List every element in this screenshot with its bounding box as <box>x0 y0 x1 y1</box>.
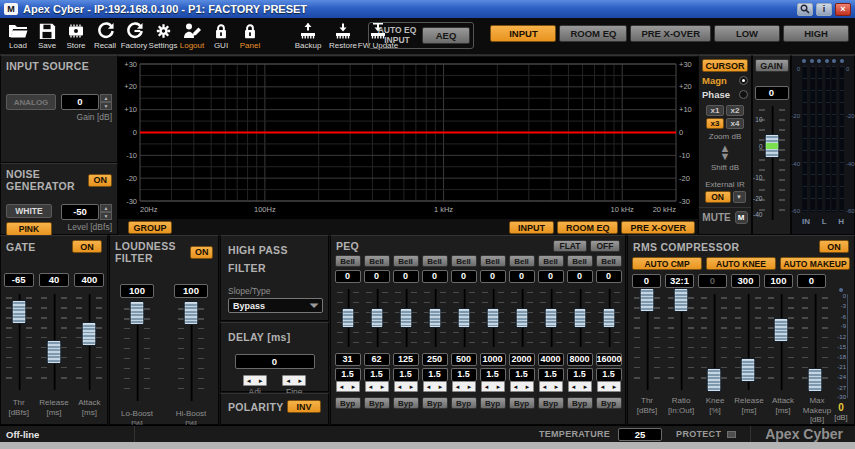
peq-gain-fader[interactable] <box>364 287 390 349</box>
compressor-on-button[interactable]: ON <box>819 240 849 253</box>
input-gain-value[interactable]: 0 <box>61 94 99 110</box>
comp-knee-fader[interactable] <box>699 292 729 392</box>
peq-bypass-button[interactable]: Byp <box>567 397 593 409</box>
peq-q-value[interactable]: 1.5 <box>538 368 564 381</box>
gate-on-button[interactable]: ON <box>72 240 102 253</box>
peq-gain-fader[interactable] <box>596 287 622 349</box>
delay-fine-stepper[interactable]: ◄► <box>282 375 306 386</box>
overlay-room-eq-button[interactable]: ROOM EQ <box>557 221 619 234</box>
peq-off-button[interactable]: OFF <box>590 240 620 252</box>
peq-bypass-button[interactable]: Byp <box>451 397 477 409</box>
group-button[interactable]: GROUP <box>128 221 172 234</box>
peq-freq-value[interactable]: 8000 <box>567 353 593 366</box>
fader-thumb[interactable] <box>11 300 26 324</box>
peq-flat-button[interactable]: FLAT <box>553 240 587 252</box>
peq-q-stepper[interactable]: ◄► <box>336 381 360 392</box>
spin-up-icon[interactable]: ▲ <box>100 204 112 212</box>
peq-q-value[interactable]: 1.5 <box>596 368 622 381</box>
phase-radio[interactable] <box>739 90 748 99</box>
toolbar-factory-button[interactable]: Factory <box>120 20 148 50</box>
fader-thumb[interactable] <box>515 308 528 328</box>
peq-type-button[interactable]: Bell <box>422 255 448 267</box>
comp-makeup-fader[interactable] <box>800 292 830 392</box>
fader-thumb[interactable] <box>184 301 199 325</box>
peq-type-button[interactable]: Bell <box>393 255 419 267</box>
peq-q-stepper[interactable]: ◄► <box>394 381 418 392</box>
peq-gain-value[interactable]: 0 <box>596 270 622 283</box>
peq-type-button[interactable]: Bell <box>335 255 361 267</box>
comp-thr-value[interactable]: 0 <box>632 274 661 288</box>
fader-thumb[interactable] <box>544 308 557 328</box>
peq-q-stepper[interactable]: ◄► <box>365 381 389 392</box>
gate-thr-value[interactable]: -65 <box>4 273 34 287</box>
peq-type-button[interactable]: Bell <box>538 255 564 267</box>
tab-pre-xover[interactable]: PRE X-OVER <box>630 25 711 42</box>
toolbar-gui-lock-button[interactable]: GUI <box>207 20 235 50</box>
overlay-pre-xover-button[interactable]: PRE X-OVER <box>621 221 695 234</box>
tab-room-eq[interactable]: ROOM EQ <box>559 25 627 42</box>
fader-thumb[interactable] <box>573 308 586 328</box>
comp-release-value[interactable]: 300 <box>731 274 760 288</box>
comp-makeup-value[interactable]: 0 <box>797 274 826 288</box>
gain-value[interactable]: 0 <box>755 86 789 100</box>
peq-gain-fader[interactable] <box>422 287 448 349</box>
comp-attack-fader[interactable] <box>766 292 796 392</box>
peq-q-stepper[interactable]: ◄► <box>481 381 505 392</box>
gain-header-button[interactable]: GAIN <box>755 59 789 72</box>
window-close-button[interactable]: × <box>835 3 851 16</box>
peq-q-value[interactable]: 1.5 <box>480 368 506 381</box>
peq-gain-value[interactable]: 0 <box>422 270 448 283</box>
peq-gain-fader[interactable] <box>335 287 361 349</box>
peq-bypass-button[interactable]: Byp <box>596 397 622 409</box>
peq-gain-value[interactable]: 0 <box>335 270 361 283</box>
toolbar-logout-button[interactable]: Logout <box>178 20 206 50</box>
gate-attack-value[interactable]: 400 <box>74 273 104 287</box>
peq-gain-fader[interactable] <box>393 287 419 349</box>
delay-adj-stepper[interactable]: ◄► <box>243 375 267 386</box>
peq-q-value[interactable]: 1.5 <box>509 368 535 381</box>
response-graph[interactable]: -30-30-20-20-10-1000+10+10+20+20+30+3020… <box>118 57 698 219</box>
window-info-button[interactable]: i <box>816 3 832 16</box>
peq-freq-value[interactable]: 62 <box>364 353 390 366</box>
peq-bypass-button[interactable]: Byp <box>422 397 448 409</box>
mute-button[interactable]: M <box>735 211 748 224</box>
auto-knee-button[interactable]: AUTO KNEE <box>706 257 776 270</box>
fader-thumb[interactable] <box>82 322 97 346</box>
fader-thumb[interactable] <box>640 288 655 312</box>
toolbar-load-button[interactable]: Load <box>4 20 32 50</box>
comp-release-fader[interactable] <box>733 292 763 392</box>
peq-q-value[interactable]: 1.5 <box>422 368 448 381</box>
peq-type-button[interactable]: Bell <box>567 255 593 267</box>
peq-gain-value[interactable]: 0 <box>364 270 390 283</box>
gate-attack-fader[interactable] <box>74 292 104 392</box>
peq-freq-value[interactable]: 125 <box>393 353 419 366</box>
peq-type-button[interactable]: Bell <box>364 255 390 267</box>
toolbar-recall-button[interactable]: Recall <box>91 20 119 50</box>
hi-boost-fader[interactable] <box>176 303 206 403</box>
fader-thumb[interactable] <box>130 301 145 325</box>
lo-boost-fader[interactable] <box>122 303 152 403</box>
peq-type-button[interactable]: Bell <box>596 255 622 267</box>
white-noise-button[interactable]: WHITE <box>6 204 52 218</box>
fader-thumb[interactable] <box>673 288 688 312</box>
peq-bypass-button[interactable]: Byp <box>364 397 390 409</box>
gain-fader-thumb[interactable] <box>764 134 779 158</box>
zoom-x3-button[interactable]: x3 <box>706 118 724 129</box>
peq-gain-value[interactable]: 0 <box>480 270 506 283</box>
fader-thumb[interactable] <box>602 308 615 328</box>
gate-thr-fader[interactable] <box>4 292 34 392</box>
peq-bypass-button[interactable]: Byp <box>393 397 419 409</box>
peq-gain-fader[interactable] <box>451 287 477 349</box>
toolbar-save-button[interactable]: Save <box>33 20 61 50</box>
comp-attack-value[interactable]: 100 <box>764 274 793 288</box>
peq-q-value[interactable]: 1.5 <box>451 368 477 381</box>
comp-ratio-value[interactable]: 32:1 <box>665 274 694 288</box>
fader-thumb[interactable] <box>807 368 822 392</box>
external-ir-on-button[interactable]: ON <box>705 191 731 203</box>
peq-freq-value[interactable]: 2000 <box>509 353 535 366</box>
toolbar-restore-button[interactable]: Restore <box>326 20 360 50</box>
noise-level-value[interactable]: -50 <box>61 204 99 220</box>
fader-thumb[interactable] <box>486 308 499 328</box>
aeq-button[interactable]: AEQ <box>422 27 470 44</box>
peq-q-stepper[interactable]: ◄► <box>510 381 534 392</box>
